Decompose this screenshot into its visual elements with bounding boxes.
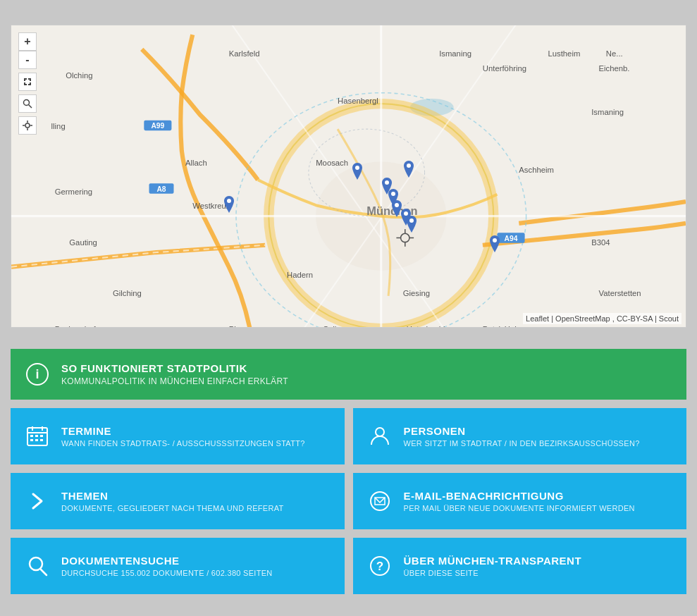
card-ueber-title: ÜBER MÜNCHEN-TRANSPARENT xyxy=(404,555,582,567)
search-icon xyxy=(25,553,50,579)
calendar-icon xyxy=(25,424,50,449)
info-banner-title: SO FUNKTIONIERT STADTPOLITIK xyxy=(61,362,288,374)
card-email-title: E-MAIL-BENACHRICHTIGUNG xyxy=(404,490,635,502)
svg-text:?: ? xyxy=(376,560,383,573)
content-area: i SO FUNKTIONIERT STADTPOLITIK KOMMUNALP… xyxy=(11,349,686,594)
svg-point-79 xyxy=(371,492,389,510)
svg-point-53 xyxy=(391,192,395,196)
cards-grid: TERMINE WANN FINDEN STADTRATS- / AUSSCHU… xyxy=(11,408,686,594)
question-icon: ? xyxy=(367,553,393,579)
svg-rect-77 xyxy=(40,439,43,441)
card-personen-subtitle: WER SITZT IM STADTRAT / IN DEN BEZIRKSAU… xyxy=(404,439,640,448)
svg-text:Eichenb.: Eichenb. xyxy=(599,64,630,73)
svg-text:Moosach: Moosach xyxy=(316,159,348,167)
svg-text:Allach: Allach xyxy=(185,159,207,167)
zoom-in-button[interactable]: + xyxy=(18,32,37,51)
svg-point-50 xyxy=(355,166,359,170)
card-personen[interactable]: PERSONEN WER SITZT IM STADTRAT / IN DEN … xyxy=(353,408,687,464)
svg-rect-72 xyxy=(30,435,33,437)
card-personen-title: PERSONEN xyxy=(404,425,640,437)
map-pin-9 xyxy=(488,235,501,252)
svg-text:Gauting: Gauting xyxy=(69,238,97,247)
svg-text:Gilching: Gilching xyxy=(113,289,142,297)
svg-point-52 xyxy=(385,180,389,185)
card-termine-subtitle: WANN FINDEN STADTRATS- / AUSSCHUSSSITZUN… xyxy=(61,439,305,448)
search-map-button[interactable] xyxy=(18,94,37,113)
svg-text:B304: B304 xyxy=(591,238,610,247)
card-termine-title: TERMINE xyxy=(61,425,305,437)
card-dokumentensuche[interactable]: DOKUMENTENSUCHE DURCHSUCHE 155.002 DOKUM… xyxy=(11,538,345,594)
svg-text:Plannegg: Plannegg xyxy=(229,325,263,327)
svg-text:A99: A99 xyxy=(151,122,164,130)
svg-text:A8: A8 xyxy=(156,185,166,193)
map-pin-2 xyxy=(402,161,415,178)
person-icon xyxy=(367,424,393,449)
svg-text:Ismaning: Ismaning xyxy=(591,108,624,116)
svg-line-60 xyxy=(29,105,32,109)
svg-text:A94: A94 xyxy=(505,235,518,242)
location-button[interactable] xyxy=(18,116,37,135)
attribution-leaflet: Leaflet xyxy=(526,314,549,323)
svg-text:Ismaning: Ismaning xyxy=(439,49,471,58)
svg-point-56 xyxy=(409,218,414,223)
card-personen-text: PERSONEN WER SITZT IM STADTRAT / IN DEN … xyxy=(404,425,640,448)
chevron-right-icon xyxy=(25,488,50,514)
svg-text:Aschheim: Aschheim xyxy=(519,166,554,174)
svg-text:Unterhaching: Unterhaching xyxy=(407,325,454,327)
svg-text:Unterföhring: Unterföhring xyxy=(483,64,526,73)
svg-point-51 xyxy=(407,164,411,168)
card-themen-subtitle: DOKUMENTE, GEGLIEDERT NACH THEMA UND REF… xyxy=(61,504,284,512)
svg-text:i: i xyxy=(35,367,39,381)
page-wrapper: München A8 A94 A99 Hasenbergl Allach Moo… xyxy=(0,14,697,605)
card-dokumentensuche-subtitle: DURCHSUCHE 155.002 DOKUMENTE / 602.380 S… xyxy=(61,569,273,577)
info-icon: i xyxy=(25,362,50,387)
card-ueber-subtitle: ÜBER DIESE SEITE xyxy=(404,569,582,577)
fullscreen-button[interactable] xyxy=(18,73,37,91)
map-controls: + - xyxy=(18,32,37,135)
info-banner[interactable]: i SO FUNKTIONIERT STADTPOLITIK KOMMUNALP… xyxy=(11,349,686,400)
info-banner-subtitle: KOMMUNALPOLITIK IN MÜNCHEN EINFACH ERKLÄ… xyxy=(61,376,288,386)
svg-point-57 xyxy=(227,199,231,203)
svg-line-81 xyxy=(41,569,47,575)
card-email[interactable]: E-MAIL-BENACHRICHTIGUNG PER MAIL ÜBER NE… xyxy=(353,473,687,529)
card-termine-text: TERMINE WANN FINDEN STADTRATS- / AUSSCHU… xyxy=(61,425,305,448)
svg-rect-75 xyxy=(30,439,33,441)
svg-text:Hasenbergl: Hasenbergl xyxy=(338,97,378,105)
card-dokumentensuche-text: DOKUMENTENSUCHE DURCHSUCHE 155.002 DOKUM… xyxy=(61,555,273,577)
svg-text:Vaterstetten: Vaterstetten xyxy=(599,289,641,297)
svg-rect-76 xyxy=(35,439,38,441)
zoom-out-button[interactable]: - xyxy=(18,51,37,69)
svg-text:Karlsfeld: Karlsfeld xyxy=(229,49,260,58)
svg-point-61 xyxy=(25,123,30,128)
svg-text:Germering: Germering xyxy=(55,187,92,196)
info-banner-text: SO FUNKTIONIERT STADTPOLITIK KOMMUNALPOL… xyxy=(61,362,288,386)
card-ueber[interactable]: ? ÜBER MÜNCHEN-TRANSPARENT ÜBER DIESE SE… xyxy=(353,538,687,594)
attribution-scout: Scout xyxy=(659,314,679,323)
svg-text:Hadern: Hadern xyxy=(287,271,313,279)
card-themen[interactable]: THEMEN DOKUMENTE, GEGLIEDERT NACH THEMA … xyxy=(11,473,345,529)
svg-text:lling: lling xyxy=(51,122,66,130)
svg-point-54 xyxy=(395,203,399,207)
svg-text:Buchendorf: Buchendorf xyxy=(55,325,97,327)
svg-point-80 xyxy=(30,558,42,570)
svg-text:Giesing: Giesing xyxy=(403,289,430,297)
card-themen-text: THEMEN DOKUMENTE, GEGLIEDERT NACH THEMA … xyxy=(61,490,284,512)
svg-point-78 xyxy=(376,428,384,436)
svg-text:Lustheim: Lustheim xyxy=(548,49,580,58)
map-pin-8 xyxy=(223,196,235,213)
card-ueber-text: ÜBER MÜNCHEN-TRANSPARENT ÜBER DIESE SEIT… xyxy=(404,555,582,577)
card-termine[interactable]: TERMINE WANN FINDEN STADTRATS- / AUSSCHU… xyxy=(11,408,345,464)
map-pin-1 xyxy=(351,163,364,180)
attribution-osm: OpenStreetMap xyxy=(555,314,610,323)
email-icon xyxy=(367,488,393,514)
map-pin-7 xyxy=(405,216,418,233)
attribution-cc: CC-BY-SA xyxy=(617,314,653,323)
svg-rect-73 xyxy=(35,435,38,437)
svg-point-58 xyxy=(493,238,497,242)
svg-text:Hohen...: Hohen... xyxy=(505,325,535,327)
svg-text:Ne...: Ne... xyxy=(606,49,623,58)
svg-text:Solln: Solln xyxy=(323,325,340,327)
map-attribution: Leaflet | OpenStreetMap , CC-BY-SA | Sco… xyxy=(523,313,681,324)
card-email-subtitle: PER MAIL ÜBER NEUE DOKUMENTE INFORMIERT … xyxy=(404,504,635,512)
card-themen-title: THEMEN xyxy=(61,490,284,502)
